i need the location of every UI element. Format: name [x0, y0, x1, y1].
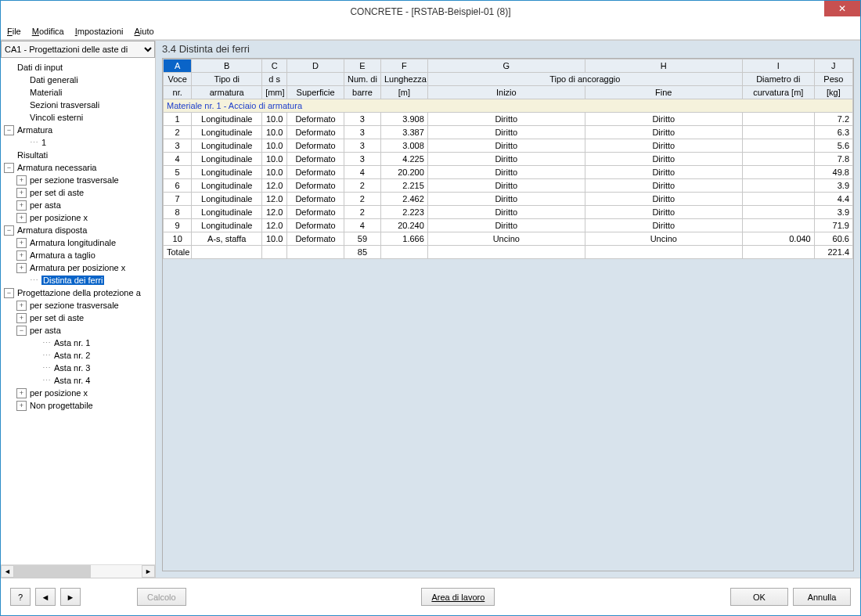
- tree-item[interactable]: +per set di aste: [1, 312, 155, 324]
- col-header-letter[interactable]: E: [344, 59, 380, 73]
- tree-item[interactable]: ⋯1: [1, 136, 155, 149]
- scroll-left-icon[interactable]: ◄: [1, 565, 14, 578]
- tree-label: per posizione x: [30, 388, 88, 398]
- expand-icon[interactable]: −: [16, 326, 27, 336]
- titlebar: CONCRETE - [RSTAB-Beispiel-01 (8)] ✕: [1, 1, 860, 23]
- tree-item[interactable]: +per asta: [1, 199, 155, 211]
- tree-item[interactable]: ⋯Asta nr. 3: [1, 362, 155, 374]
- expand-icon[interactable]: +: [16, 263, 27, 273]
- case-selector[interactable]: CA1 - Progettazioni delle aste di: [1, 41, 155, 58]
- expand-icon[interactable]: −: [4, 125, 14, 135]
- tree-label: Armatura: [17, 125, 52, 135]
- table-row[interactable]: 10A-s, staffa10.0Deformato591.666UncinoU…: [164, 232, 853, 246]
- tree-label: per set di aste: [30, 313, 84, 322]
- table-row[interactable]: 9Longitudinale12.0Deformato420.240Diritt…: [164, 219, 853, 232]
- workspace-button[interactable]: Area di lavoro: [421, 588, 495, 606]
- tree-item[interactable]: +per posizione x: [1, 387, 155, 399]
- tree-item[interactable]: Sezioni trasversali: [1, 99, 155, 111]
- tree-item[interactable]: +Armatura per posizione x: [1, 261, 155, 274]
- expand-icon[interactable]: +: [16, 213, 27, 223]
- expand-icon[interactable]: +: [16, 238, 27, 248]
- tree-item[interactable]: +per sezione trasversale: [1, 299, 155, 312]
- table-row[interactable]: 2Longitudinale10.0Deformato33.387Diritto…: [164, 126, 853, 139]
- menu-modify[interactable]: Modifica: [32, 27, 64, 36]
- content-title: 3.4 Distinta dei ferri: [156, 41, 860, 58]
- tree-item[interactable]: +Non progettabile: [1, 399, 155, 412]
- expand-icon[interactable]: +: [16, 200, 27, 211]
- tree-item[interactable]: Dati generali: [1, 74, 155, 86]
- expand-icon[interactable]: +: [16, 301, 27, 311]
- tree-item[interactable]: −Progettazione della protezione a: [1, 286, 155, 299]
- tree-label: Asta nr. 1: [54, 338, 90, 348]
- help-button[interactable]: ?: [10, 588, 31, 606]
- scroll-right-icon[interactable]: ►: [142, 565, 155, 578]
- col-header: Num. di: [344, 73, 380, 86]
- grid-wrap[interactable]: ABCDEFGHIJVoceTipo did sNum. diLunghezza…: [162, 58, 854, 571]
- col-header-letter[interactable]: G: [427, 59, 585, 73]
- table-row[interactable]: 5Longitudinale10.0Deformato420.200Diritt…: [164, 166, 853, 179]
- tree-item[interactable]: −Armatura: [1, 124, 155, 136]
- tree-item[interactable]: ⋯Asta nr. 2: [1, 349, 155, 362]
- table-row[interactable]: 3Longitudinale10.0Deformato33.008Diritto…: [164, 139, 853, 153]
- col-header: Diametro di: [742, 73, 814, 86]
- col-header: [287, 73, 344, 86]
- tree-item[interactable]: Risultati: [1, 149, 155, 161]
- tree-item[interactable]: Dati di input: [1, 61, 155, 74]
- col-header-letter[interactable]: C: [262, 59, 287, 73]
- table-row[interactable]: 1Longitudinale10.0Deformato33.908Diritto…: [164, 113, 853, 126]
- col-subheader: barre: [344, 86, 380, 99]
- ok-button[interactable]: OK: [730, 588, 788, 606]
- menu-help[interactable]: Aiuto: [134, 27, 153, 36]
- tree-item[interactable]: Materiali: [1, 86, 155, 99]
- col-header-letter[interactable]: A: [164, 59, 192, 73]
- prev-button[interactable]: ◄: [35, 588, 56, 606]
- col-header-letter[interactable]: F: [380, 59, 427, 73]
- col-subheader: armatura: [192, 86, 262, 99]
- tree-item[interactable]: −Armatura disposta: [1, 224, 155, 236]
- expand-icon[interactable]: +: [16, 250, 27, 261]
- col-header-letter[interactable]: D: [287, 59, 344, 73]
- expand-icon[interactable]: −: [4, 163, 14, 173]
- menu-file[interactable]: File: [7, 27, 21, 36]
- next-button[interactable]: ►: [60, 588, 81, 606]
- table-row[interactable]: 4Longitudinale10.0Deformato34.225Diritto…: [164, 153, 853, 166]
- col-header: Voce: [164, 73, 192, 86]
- tree-item[interactable]: +Armatura longitudinale: [1, 236, 155, 249]
- table-row[interactable]: 7Longitudinale12.0Deformato22.462Diritto…: [164, 193, 853, 206]
- tree-label: 1: [41, 138, 46, 147]
- col-header-letter[interactable]: J: [814, 59, 852, 73]
- tree-item[interactable]: −Armatura necessaria: [1, 161, 155, 174]
- close-button[interactable]: ✕: [824, 1, 860, 16]
- expand-icon[interactable]: +: [16, 175, 27, 186]
- expand-icon[interactable]: +: [16, 401, 27, 411]
- col-subheader: nr.: [164, 86, 192, 99]
- tree-item[interactable]: Vincoli esterni: [1, 111, 155, 124]
- expand-icon[interactable]: +: [16, 313, 27, 323]
- col-subheader: [kg]: [814, 86, 852, 99]
- tree-item[interactable]: +Armatura a taglio: [1, 249, 155, 261]
- tree-item[interactable]: +per set di aste: [1, 186, 155, 199]
- table-row[interactable]: 6Longitudinale12.0Deformato22.215Diritto…: [164, 179, 853, 193]
- col-header-letter[interactable]: H: [585, 59, 742, 73]
- col-header: Tipo di: [192, 73, 262, 86]
- col-header-letter[interactable]: I: [742, 59, 814, 73]
- tree-item[interactable]: +per sezione trasversale: [1, 174, 155, 186]
- table-row[interactable]: 8Longitudinale12.0Deformato22.223Diritto…: [164, 206, 853, 219]
- tree-item[interactable]: ⋯Distinta dei ferri: [1, 274, 155, 286]
- expand-icon[interactable]: −: [4, 288, 14, 298]
- tree-item[interactable]: +per posizione x: [1, 211, 155, 224]
- cancel-button[interactable]: Annulla: [793, 588, 851, 606]
- tree-item[interactable]: ⋯Asta nr. 4: [1, 374, 155, 387]
- scroll-thumb[interactable]: [14, 565, 91, 578]
- expand-icon[interactable]: −: [4, 225, 14, 236]
- tree-item[interactable]: −per asta: [1, 324, 155, 337]
- expand-icon[interactable]: +: [16, 388, 27, 398]
- calc-button[interactable]: Calcolo: [137, 588, 186, 606]
- menu-settings[interactable]: Impostazioni: [75, 27, 124, 36]
- expand-icon[interactable]: +: [16, 188, 27, 198]
- tree-item[interactable]: ⋯Asta nr. 1: [1, 337, 155, 349]
- col-subheader: [mm]: [262, 86, 287, 99]
- col-header-letter[interactable]: B: [192, 59, 262, 73]
- scroll-track[interactable]: [14, 565, 142, 578]
- sidebar-hscroll[interactable]: ◄ ►: [1, 564, 155, 578]
